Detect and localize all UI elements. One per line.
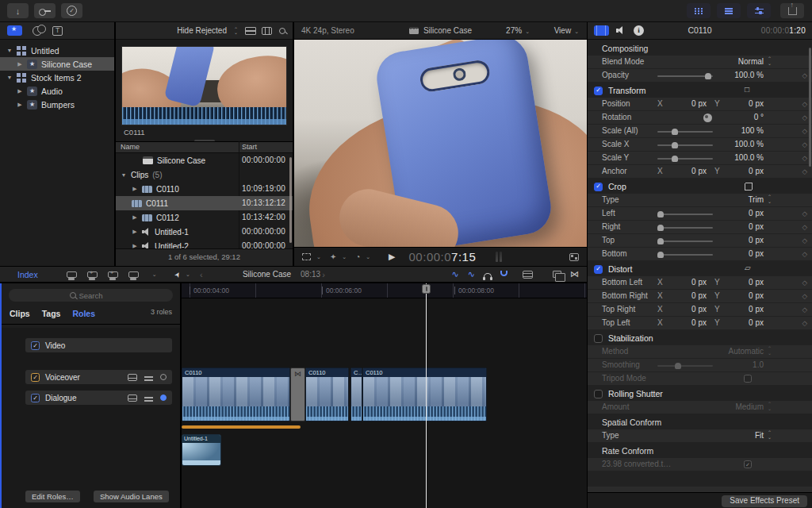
crop-onscreen-icon[interactable] — [745, 183, 753, 190]
parameter-value-field[interactable]: 0 ° — [691, 111, 764, 124]
section-enable-checkbox[interactable]: ✓ — [594, 390, 603, 398]
keyframe-button[interactable]: ◇ — [802, 69, 807, 82]
section-enable-checkbox[interactable]: ✓ — [594, 183, 603, 191]
select-chevrons-icon[interactable]: ⌃⌄ — [768, 431, 772, 440]
timeline-panel[interactable]: 00:00:04:0000:00:06:0000:00:08:00 C0110 … — [182, 283, 587, 508]
append-clip-button[interactable] — [108, 271, 118, 278]
section-header[interactable]: ✓ Transform □ ▱ — [588, 83, 812, 98]
search-icon[interactable] — [279, 28, 285, 34]
y-value-field[interactable]: 0 px — [721, 98, 764, 110]
keyframe-button[interactable]: ◇ — [802, 234, 807, 247]
filmstrip-view-icon[interactable] — [262, 27, 272, 35]
library-tree-item[interactable]: ▼ ▶ ★ Bumpers — [0, 98, 114, 111]
disclosure-triangle-icon[interactable]: ▼ — [6, 48, 13, 53]
disclosure-triangle-icon[interactable]: ▶ — [17, 88, 23, 94]
keyword-editor-button[interactable] — [34, 3, 56, 18]
keyframe-button[interactable]: ◇ — [802, 248, 807, 260]
role-indicator-dot[interactable] — [160, 394, 167, 401]
index-tab[interactable]: Clips — [10, 309, 30, 318]
parameter-value-field[interactable]: 100.0 % — [691, 152, 764, 164]
parameter-value-field[interactable]: 0 px — [691, 234, 764, 247]
timeline-video-clip[interactable]: C0110 — [305, 368, 349, 421]
library-tree-item[interactable]: ▼ ▶ ★ Audio — [0, 84, 114, 98]
clip-list-row[interactable]: ▼ ▶ Silicone Case 00:00:00:00 — [116, 153, 293, 167]
connected-audio-clip[interactable]: Untitled-1 — [182, 434, 221, 466]
retime-menu[interactable]: ◔⌄ — [355, 252, 370, 261]
library-tree-item[interactable]: ▼ ▶ ★ Silicone Case — [0, 57, 114, 71]
role-checkbox[interactable]: ✓ — [31, 373, 40, 382]
keyframe-button[interactable]: ◇ — [802, 207, 807, 220]
parameter-value-field[interactable]: Medium — [691, 401, 764, 414]
photos-audio-sidebar-button[interactable] — [33, 26, 42, 36]
keyframe-button[interactable]: ◇ — [802, 165, 807, 178]
index-tab[interactable]: Roles — [72, 309, 95, 318]
section-header[interactable]: ✓ Compositing □ ▱ — [588, 41, 812, 56]
current-timecode[interactable]: 00:00:07:15 — [409, 250, 477, 264]
section-header[interactable]: ✓ Rate Conform □ ▱ — [588, 444, 812, 458]
keyframe-button[interactable]: ◇ — [802, 125, 807, 137]
section-header[interactable]: ✓ Rolling Shutter □ ▱ — [588, 387, 812, 401]
zoom-level-dropdown[interactable]: 27%⌄ — [506, 22, 530, 40]
edit-roles-button[interactable]: Edit Roles… — [25, 491, 80, 502]
role-checkbox[interactable]: ✓ — [31, 341, 40, 350]
parameter-checkbox[interactable]: ✓ — [744, 375, 752, 383]
parameter-checkbox[interactable]: ✓ — [744, 460, 752, 468]
playhead[interactable] — [426, 283, 427, 508]
keyframe-button[interactable]: ◇ — [802, 290, 807, 302]
start-column-header[interactable]: Start — [242, 142, 257, 152]
keyframe-button[interactable]: ◇ — [802, 276, 807, 289]
section-header[interactable]: ✓ Distort □ ▱ — [588, 262, 812, 276]
keyframe-button[interactable]: ◇ — [802, 152, 807, 164]
insert-clip-button[interactable] — [87, 271, 98, 278]
clip-appearance-button[interactable] — [523, 271, 533, 279]
transform-onscreen-icon[interactable]: □ — [745, 85, 749, 94]
disclosure-triangle-icon[interactable]: ▶ — [17, 102, 23, 108]
search-input[interactable] — [9, 289, 173, 302]
index-search-field[interactable] — [9, 289, 173, 302]
parameter-value-field[interactable]: Fit — [691, 429, 764, 442]
save-effects-preset-button[interactable]: Save Effects Preset — [722, 495, 807, 507]
project-title[interactable]: Silicone Case08:13 — [182, 270, 381, 279]
snapping-magnet-toggle[interactable] — [500, 271, 508, 276]
slider-thumb[interactable] — [657, 252, 664, 258]
audio-skimming-toggle[interactable]: ∿ — [468, 269, 475, 279]
next-project-arrow[interactable]: › — [322, 270, 325, 279]
slider-thumb[interactable] — [657, 225, 664, 231]
disclosure-triangle-icon[interactable]: ▶ — [132, 186, 138, 192]
parameter-value-field[interactable]: Normal — [691, 56, 764, 68]
index-toggle-button[interactable]: Index — [17, 270, 38, 279]
library-tree-item[interactable]: ▼ ▶ ★ Stock Items 2 — [0, 71, 114, 84]
playhead-handle[interactable] — [422, 284, 431, 294]
fullscreen-icon[interactable] — [569, 253, 579, 261]
role-row[interactable]: ✓ Voiceover — [25, 370, 172, 384]
section-header[interactable]: ✓ Crop □ ▱ — [588, 179, 812, 194]
inspector-scrollbar[interactable] — [809, 48, 811, 167]
role-checkbox[interactable]: ✓ — [31, 394, 40, 402]
keyframe-button[interactable]: ◇ — [802, 98, 807, 110]
section-header[interactable]: ✓ Spatial Conform □ ▱ — [588, 415, 812, 429]
keyframe-button[interactable]: ◇ — [802, 138, 807, 151]
audio-lanes-icon[interactable] — [128, 394, 137, 402]
disclosure-triangle-icon[interactable]: ▶ — [132, 229, 138, 235]
clip-list-row[interactable]: ▼ ▶ C0111 10:13:12:12 — [116, 196, 293, 210]
x-value-field[interactable]: 0 px — [664, 290, 707, 302]
keyframe-button[interactable]: ◇ — [802, 111, 807, 124]
titles-generators-sidebar-button[interactable]: T — [52, 26, 63, 36]
effects-menu[interactable]: ✦⌄ — [330, 252, 347, 261]
parameter-value-field[interactable]: Automatic — [691, 345, 764, 358]
parameter-value-field[interactable]: 100.0 % — [691, 69, 764, 82]
clip-list-row[interactable]: ▼ ▶ Clips (5) — [116, 167, 293, 182]
parameter-value-field[interactable]: 100.0 % — [691, 138, 764, 151]
y-value-field[interactable]: 0 px — [721, 303, 764, 316]
transitions-browser-button[interactable]: ⋈ — [570, 269, 579, 279]
show-audio-lanes-button[interactable]: Show Audio Lanes — [94, 491, 169, 502]
select-chevrons-icon[interactable]: ⌃⌄ — [768, 195, 772, 204]
focus-icon[interactable] — [144, 376, 153, 378]
select-chevrons-icon[interactable]: ⌃⌄ — [768, 402, 772, 411]
parameter-value-field[interactable]: 0 px — [691, 248, 764, 260]
share-button[interactable] — [780, 3, 804, 18]
parameter-value-field[interactable]: 1.0 — [691, 359, 764, 371]
clip-list-row[interactable]: ▼ ▶ Untitled-1 00:00:00:00 — [116, 225, 293, 239]
slider-thumb[interactable] — [657, 211, 664, 217]
timeline-video-clip[interactable]: C0110 — [362, 368, 487, 421]
